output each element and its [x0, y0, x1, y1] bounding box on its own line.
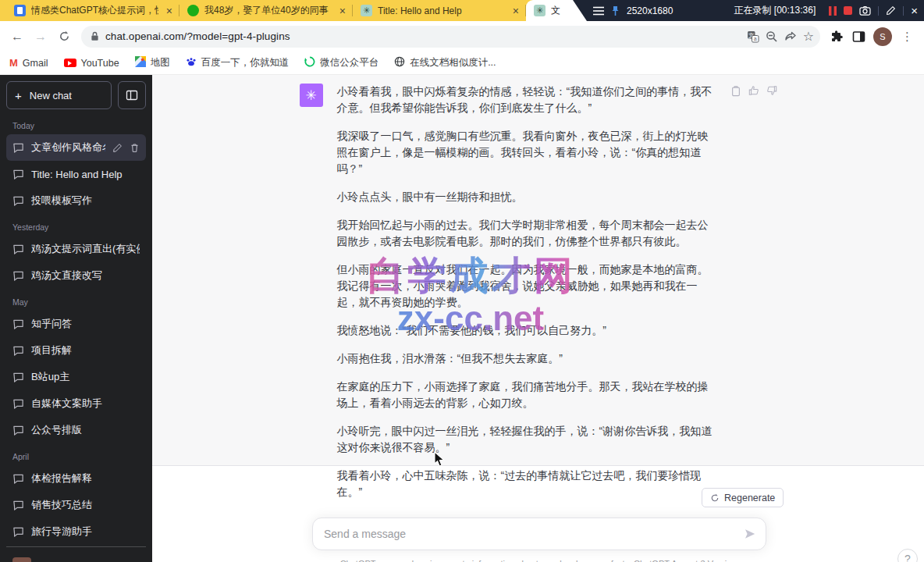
chat-bubble-icon: [12, 195, 24, 207]
sidebar-item-label: 公众号排版: [31, 423, 140, 437]
wechat-platform-icon: [304, 56, 315, 69]
browser-menu-icon[interactable]: ⋮: [897, 30, 918, 44]
svg-text:a: a: [754, 36, 757, 41]
sidebar-item-sales-skills[interactable]: 销售技巧总结: [6, 492, 146, 518]
thumbs-up-icon[interactable]: [748, 85, 759, 96]
chat-bubble-icon: [12, 169, 24, 180]
sidebar-item-label: 自媒体文案助手: [31, 397, 140, 411]
sidebar-item-zhihu-qa[interactable]: 知乎问答: [6, 311, 146, 337]
pencil-icon[interactable]: [886, 5, 896, 16]
assistant-message-text: 小玲看着我，眼中闪烁着复杂的情感，轻轻说：“我知道你们之间的事情，我不介意。但我…: [337, 84, 716, 512]
message-paragraph: 我愤怒地说：“我们不需要他的钱，我们可以自己努力。”: [337, 322, 716, 339]
bookmark-label: 地图: [151, 56, 170, 69]
copy-icon[interactable]: [730, 85, 741, 97]
bookmark-baidu[interactable]: 百度一下，你就知道: [186, 56, 290, 69]
sidebar-item-writing-style[interactable]: 文章创作风格命名：风: [6, 134, 146, 161]
sidebar-item-media-copywriter[interactable]: 自媒体文案助手: [6, 390, 146, 417]
edit-icon[interactable]: [112, 143, 123, 153]
message-paragraph: 但小雨的家庭一直反对我们在一起。因为我家境一般，而她家是本地的富商。我记得有一次…: [337, 261, 716, 311]
extensions-icon[interactable]: [826, 30, 847, 43]
sidebar-item-travel-guide[interactable]: 旅行导游助手: [6, 518, 146, 545]
bookmark-label: YouTube: [81, 58, 119, 69]
regenerate-button[interactable]: Regenerate: [702, 488, 784, 507]
menu-icon[interactable]: [593, 6, 604, 16]
forward-icon[interactable]: →: [30, 30, 52, 44]
sidebar-item-health-report[interactable]: 体检报告解释: [6, 465, 146, 492]
sidebar-item-bilibili-uploader[interactable]: B站up主: [6, 364, 146, 390]
message-input-container[interactable]: [312, 518, 766, 550]
bookmark-youtube[interactable]: YouTube: [64, 58, 119, 69]
sidebar-item-label: 体检报告解释: [31, 471, 140, 486]
message-paragraph: 小玲看着我，眼中闪烁着复杂的情感，轻轻说：“我知道你们之间的事情，我不介意。但我…: [337, 84, 716, 116]
tab-wechat-article[interactable]: 我48岁，娶了单位40岁的同事， ×: [179, 0, 353, 21]
pause-icon[interactable]: [829, 6, 837, 16]
plus-icon: +: [15, 89, 22, 102]
message-paragraph: 小雨抱住我，泪水滑落：“但我不想失去家庭。”: [337, 350, 716, 367]
bookmark-wechat-platform[interactable]: 微信公众平台: [304, 56, 378, 69]
send-icon[interactable]: [744, 528, 756, 540]
pin-icon[interactable]: [611, 5, 620, 16]
sidebar-item-project-breakdown[interactable]: 项目拆解: [6, 337, 146, 364]
sidebar-item-label: 销售技巧总结: [31, 498, 140, 512]
bookmark-doc-similarity[interactable]: 在线文档相似度计...: [394, 56, 496, 69]
sidebar-item-label: 知乎问答: [31, 317, 140, 331]
message-paragraph: 小玲听完，眼中闪过一丝泪光，轻轻握住我的手，说：“谢谢你告诉我，我知道这对你来说…: [337, 423, 716, 456]
thumbs-down-icon[interactable]: [766, 85, 777, 96]
message-paragraph: 我看着小玲，心中五味杂陈，说：“过去的事情就让它过去吧，我们要珍惜现在。”: [337, 468, 716, 500]
recording-status: 正在录制 [00:13:36]: [734, 4, 816, 17]
zoom-out-icon[interactable]: [766, 30, 778, 43]
regenerate-label: Regenerate: [724, 493, 775, 503]
address-bar[interactable]: chat.openai.com/?model=gpt-4-plugins 文a …: [81, 26, 820, 48]
user-menu[interactable]: S Scott Henderson ⋯: [6, 551, 146, 562]
close-icon[interactable]: ×: [164, 5, 175, 17]
chatgpt-app: + New chat Today 文章创作风格命名：风 Title: Hello…: [0, 75, 924, 562]
sidebar-item-template-writing[interactable]: 投喂模板写作: [6, 187, 146, 214]
chat-bubble-icon: [12, 270, 24, 282]
collapse-sidebar-button[interactable]: [118, 81, 146, 109]
message-input[interactable]: [324, 528, 744, 540]
stop-icon[interactable]: [844, 6, 852, 15]
reload-icon[interactable]: [53, 30, 75, 42]
recording-resolution: 2520x1680: [627, 5, 673, 16]
youtube-icon: [64, 59, 76, 67]
user-avatar: S: [12, 557, 31, 562]
translate-icon[interactable]: 文a: [747, 30, 759, 43]
delete-icon[interactable]: [130, 143, 140, 153]
url-text[interactable]: chat.openai.com/?model=gpt-4-plugins: [105, 30, 741, 42]
gmail-icon: M: [9, 57, 18, 69]
tab-title: 情感类ChatGPT核心提示词，快: [31, 4, 158, 17]
divider: [903, 6, 904, 16]
assistant-message: ✳ 小玲看着我，眼中闪烁着复杂的情感，轻轻说：“我知道你们之间的事情，我不介意。…: [152, 75, 924, 466]
chatgpt-icon: ✳: [361, 5, 372, 16]
sidebar-item-label: B站up主: [31, 370, 140, 384]
tab-hello-and-help[interactable]: ✳ Title: Hello and Help ×: [353, 0, 526, 21]
bookmark-label: 在线文档相似度计...: [410, 56, 496, 69]
new-chat-button[interactable]: + New chat: [6, 81, 112, 109]
divider: [6, 546, 146, 547]
bookmark-gmail[interactable]: M Gmail: [9, 57, 48, 69]
tab-prompt-doc[interactable]: 情感类ChatGPT核心提示词，快 ×: [6, 0, 179, 21]
sidebar-item-official-account-layout[interactable]: 公众号排版: [6, 417, 146, 443]
conversation-panel: ✳ 小玲看着我，眼中闪烁着复杂的情感，轻轻说：“我知道你们之间的事情，我不介意。…: [152, 75, 924, 562]
close-icon[interactable]: ×: [337, 5, 348, 17]
share-icon[interactable]: [784, 30, 797, 42]
camera-icon[interactable]: [859, 5, 871, 16]
back-icon[interactable]: ←: [6, 30, 28, 44]
chat-bubble-icon: [12, 526, 24, 538]
profile-avatar[interactable]: S: [873, 27, 892, 46]
close-icon[interactable]: ×: [510, 5, 521, 17]
mouse-cursor: [434, 451, 446, 468]
side-panel-icon[interactable]: [848, 30, 869, 43]
globe-icon: [394, 56, 405, 69]
sidebar-item-hello-and-help[interactable]: Title: Hello and Help: [6, 161, 146, 187]
sidebar-item-soup-rewrite[interactable]: 鸡汤文直接改写: [6, 262, 146, 289]
sidebar-item-label: Title: Hello and Help: [31, 169, 140, 180]
sidebar-item-label: 鸡汤文直接改写: [31, 269, 140, 283]
bookmark-label: Gmail: [23, 58, 48, 69]
bookmark-star-icon[interactable]: ☆: [803, 29, 814, 44]
bookmark-maps[interactable]: 地图: [135, 56, 170, 69]
close-icon[interactable]: ×: [911, 4, 918, 17]
docs-icon: [14, 5, 26, 16]
sidebar-item-soup-prompts[interactable]: 鸡汤文提示词直出(有实例): [6, 236, 146, 262]
chat-bubble-icon: [12, 500, 24, 511]
